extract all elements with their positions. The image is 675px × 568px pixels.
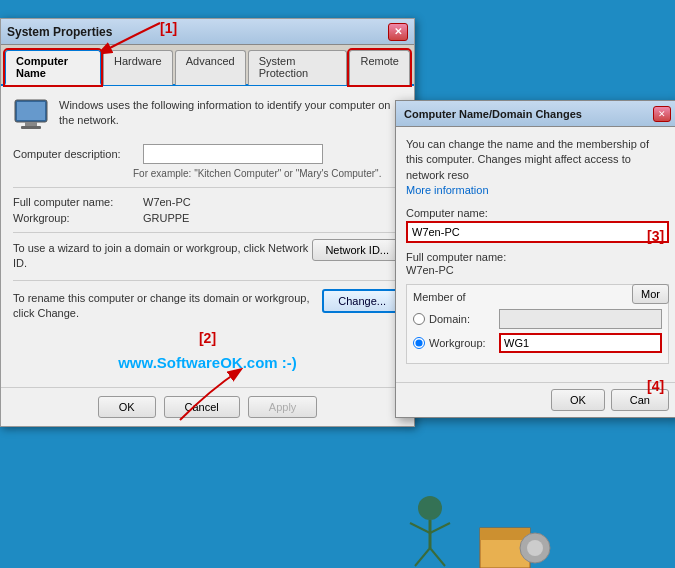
info-text: Windows uses the following information t… xyxy=(59,98,402,129)
computer-name-section: Computer name: xyxy=(406,207,669,243)
svg-point-15 xyxy=(527,540,543,556)
svg-rect-2 xyxy=(25,122,37,126)
workgroup-input[interactable] xyxy=(499,333,662,353)
tab-hardware[interactable]: Hardware xyxy=(103,50,173,85)
watermark-text: www.SoftwareOK.com :-) xyxy=(13,354,402,371)
divider-3 xyxy=(13,280,402,281)
full-name-value: W7en-PC xyxy=(143,196,191,208)
tab-computer-name[interactable]: Computer Name xyxy=(5,50,101,85)
tabs-container: Computer Name Hardware Advanced System P… xyxy=(1,45,414,86)
dialog-close-button[interactable]: ✕ xyxy=(653,106,671,122)
wizard-section: Network ID... To use a wizard to join a … xyxy=(13,241,402,272)
svg-point-6 xyxy=(418,496,442,520)
svg-rect-1 xyxy=(17,102,45,120)
full-name-section: Full computer name: W7en-PC xyxy=(406,251,669,276)
svg-rect-3 xyxy=(21,126,41,129)
more-info-link[interactable]: More information xyxy=(406,184,489,196)
more-button[interactable]: Mor xyxy=(632,284,669,304)
domain-radio[interactable] xyxy=(413,313,425,325)
workgroup-row: Workgroup: GRUPPE xyxy=(13,212,402,224)
member-of-section: Member of Domain: Workgroup: xyxy=(406,284,669,364)
description-hint: For example: "Kitchen Computer" or "Mary… xyxy=(133,168,402,179)
svg-line-9 xyxy=(430,523,450,533)
workgroup-value: GRUPPE xyxy=(143,212,189,224)
dialog-title: Computer Name/Domain Changes xyxy=(404,108,582,120)
dialog-desc-text: You can change the name and the membersh… xyxy=(406,137,669,199)
bottom-decoration xyxy=(0,458,675,568)
svg-line-10 xyxy=(415,548,430,566)
domain-radio-row: Domain: xyxy=(413,309,662,329)
computer-icon xyxy=(13,98,49,134)
domain-dialog: Computer Name/Domain Changes ✕ You can c… xyxy=(395,100,675,418)
full-name-label: Full computer name: xyxy=(13,196,143,208)
computer-name-input[interactable] xyxy=(406,221,669,243)
divider-2 xyxy=(13,232,402,233)
rename-text: To rename this computer or change its do… xyxy=(13,292,310,319)
window-content: Windows uses the following information t… xyxy=(1,86,414,387)
dialog-full-name-label: Full computer name: xyxy=(406,251,669,263)
annotation-label-2: [2] xyxy=(13,330,402,346)
window-close-button[interactable]: ✕ xyxy=(388,23,408,41)
annotation-3: [3] xyxy=(647,228,664,244)
annotation-1: [1] xyxy=(160,20,177,36)
tab-remote[interactable]: Remote xyxy=(349,50,410,85)
cancel-button[interactable]: Cancel xyxy=(164,396,240,418)
description-section: Computer description: For example: "Kitc… xyxy=(13,144,402,179)
dialog-content: You can change the name and the membersh… xyxy=(396,127,675,382)
full-computer-name-row: Full computer name: W7en-PC xyxy=(13,196,402,208)
svg-rect-13 xyxy=(480,528,530,540)
ok-button[interactable]: OK xyxy=(98,396,156,418)
desc-field-row: Computer description: xyxy=(13,144,402,164)
computer-name-field-label: Computer name: xyxy=(406,207,669,219)
member-of-title: Member of xyxy=(413,291,662,303)
apply-button[interactable]: Apply xyxy=(248,396,318,418)
bottom-ant-svg xyxy=(380,458,580,568)
domain-input xyxy=(499,309,662,329)
dialog-ok-button[interactable]: OK xyxy=(551,389,605,411)
tab-system-protection[interactable]: System Protection xyxy=(248,50,348,85)
window-footer: OK Cancel Apply xyxy=(1,387,414,426)
workgroup-radio-row: Workgroup: xyxy=(413,333,662,353)
network-id-button[interactable]: Network ID... xyxy=(312,239,402,261)
dialog-full-name-value: W7en-PC xyxy=(406,264,669,276)
info-row: Windows uses the following information t… xyxy=(13,98,402,134)
divider-1 xyxy=(13,187,402,188)
annotation-4: [4] xyxy=(647,378,664,394)
workgroup-radio-label: Workgroup: xyxy=(429,337,499,349)
window-titlebar: System Properties ✕ xyxy=(1,19,414,45)
change-section: Change... To rename this computer or cha… xyxy=(13,291,402,322)
desc-label: Computer description: xyxy=(13,148,143,160)
change-button[interactable]: Change... xyxy=(322,289,402,313)
window-title: System Properties xyxy=(7,25,112,39)
tab-advanced[interactable]: Advanced xyxy=(175,50,246,85)
svg-line-11 xyxy=(430,548,445,566)
domain-radio-label: Domain: xyxy=(429,313,499,325)
svg-line-8 xyxy=(410,523,430,533)
dialog-titlebar: Computer Name/Domain Changes ✕ xyxy=(396,101,675,127)
workgroup-radio[interactable] xyxy=(413,337,425,349)
system-props-window: System Properties ✕ Computer Name Hardwa… xyxy=(0,18,415,427)
workgroup-label: Workgroup: xyxy=(13,212,143,224)
wizard-text: To use a wizard to join a domain or work… xyxy=(13,242,308,269)
dialog-footer: OK Can xyxy=(396,382,675,417)
description-input[interactable] xyxy=(143,144,323,164)
